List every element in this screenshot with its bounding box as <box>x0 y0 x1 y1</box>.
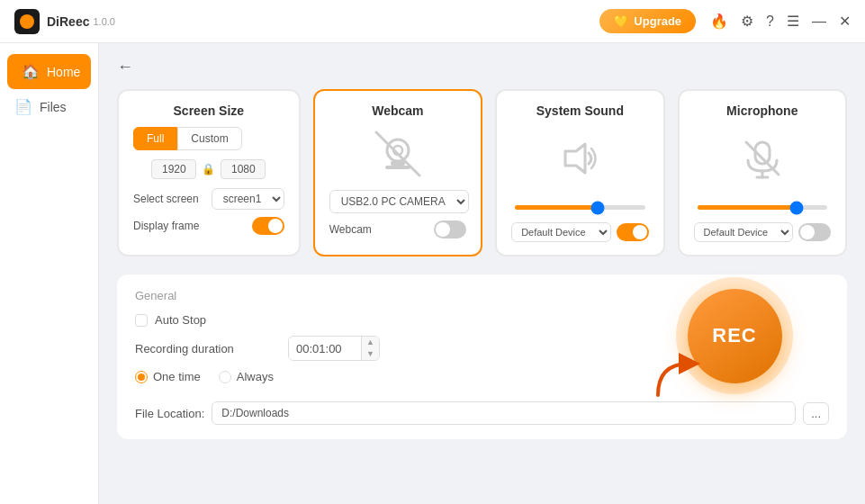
recording-duration-label: Recording duration <box>135 342 279 356</box>
one-time-label: One time <box>153 370 201 383</box>
close-icon[interactable]: ✕ <box>839 13 851 30</box>
mic-icon <box>741 137 784 180</box>
sound-icon-area <box>511 127 648 190</box>
file-more-button[interactable]: ... <box>803 402 829 425</box>
rec-arrow <box>649 346 703 403</box>
upgrade-button[interactable]: 💛 Upgrade <box>599 9 696 33</box>
titlebar: DiReec 1.0.0 💛 Upgrade 🔥 ⚙ ? ☰ — ✕ <box>0 0 865 43</box>
app-version: 1.0.0 <box>93 16 114 27</box>
app-name: DiReec <box>47 14 89 29</box>
mic-device-row: Default Device <box>694 222 831 242</box>
logo-circle <box>20 14 34 29</box>
system-sound-slider-container <box>511 197 648 213</box>
webcam-device-row: USB2.0 PC CAMERA <box>329 190 466 213</box>
svg-rect-4 <box>385 166 410 169</box>
full-label: Full <box>147 132 164 145</box>
mic-icon-area <box>694 127 831 190</box>
help-icon[interactable]: ? <box>766 14 774 30</box>
screen-size-card: Screen Size Full Custom 🔒 Select screen <box>117 89 301 256</box>
webcam-icon-area <box>329 127 466 181</box>
microphone-card: Microphone Default Device <box>678 89 847 256</box>
sound-device-row: Default Device <box>511 222 648 242</box>
full-size-button[interactable]: Full <box>133 127 177 150</box>
fire-icon[interactable]: 🔥 <box>710 13 728 30</box>
webcam-toggle-row: Webcam <box>329 220 466 238</box>
webcam-label: Webcam <box>329 223 372 236</box>
always-option[interactable]: Always <box>219 370 274 383</box>
mic-slider[interactable] <box>698 205 827 210</box>
upgrade-label: Upgrade <box>634 14 681 28</box>
sound-device-select[interactable]: Default Device <box>511 222 610 242</box>
webcam-device-select[interactable]: USB2.0 PC CAMERA <box>329 190 469 213</box>
files-icon: 📄 <box>14 98 32 115</box>
settings-icon[interactable]: ⚙ <box>741 13 753 30</box>
height-input[interactable] <box>221 159 266 179</box>
webcam-toggle[interactable] <box>434 220 466 238</box>
display-frame-label: Display frame <box>133 220 199 232</box>
custom-label: Custom <box>191 132 228 145</box>
auto-stop-label: Auto Stop <box>155 313 206 327</box>
back-button[interactable]: ← <box>117 58 847 76</box>
webcam-icon <box>374 130 421 177</box>
select-screen-label: Select screen <box>133 193 199 205</box>
microphone-title: Microphone <box>694 104 831 118</box>
duration-arrows: ▲ ▼ <box>361 337 379 360</box>
resolution-row: 🔒 <box>133 159 284 179</box>
menu-icon[interactable]: ☰ <box>787 13 799 30</box>
sidebar-item-files[interactable]: 📄 Files <box>0 89 98 124</box>
sidebar-item-home[interactable]: 🏠 Home <box>7 54 91 89</box>
file-location-row: File Location: ... <box>135 401 829 425</box>
rec-btn-container: REC <box>676 277 793 394</box>
file-path-input[interactable] <box>212 401 796 425</box>
titlebar-icon-group: 🔥 ⚙ ? <box>710 13 774 30</box>
size-buttons-group: Full Custom <box>133 127 284 150</box>
app-logo <box>14 9 40 34</box>
cards-row: Screen Size Full Custom 🔒 Select screen <box>117 89 847 256</box>
always-label: Always <box>237 370 274 383</box>
minimize-icon[interactable]: — <box>812 14 826 30</box>
always-radio-circle <box>219 371 231 383</box>
file-location-label: File Location: <box>135 407 204 420</box>
duration-up-arrow[interactable]: ▲ <box>362 337 379 348</box>
sound-icon <box>558 137 601 180</box>
duration-down-arrow[interactable]: ▼ <box>362 348 379 360</box>
system-sound-card: System Sound Default Device <box>495 89 664 256</box>
duration-input-wrap: ▲ ▼ <box>288 336 380 361</box>
window-controls: ☰ — ✕ <box>787 13 851 30</box>
svg-marker-5 <box>565 144 585 173</box>
mic-device-select[interactable]: Default Device <box>694 222 793 242</box>
back-arrow-icon: ← <box>117 58 133 76</box>
system-sound-title: System Sound <box>511 104 648 118</box>
home-icon: 🏠 <box>22 63 40 80</box>
custom-size-button[interactable]: Custom <box>177 127 241 150</box>
general-section: General Auto Stop Recording duration ▲ ▼ <box>117 274 847 439</box>
screen-select-dropdown[interactable]: screen1 screen2 <box>212 188 284 210</box>
sidebar: 🏠 Home 📄 Files <box>0 43 99 504</box>
screen-select-row: Select screen screen1 screen2 <box>133 188 284 210</box>
gift-icon: 💛 <box>614 14 628 28</box>
main-content: ← Screen Size Full Custom 🔒 <box>99 43 865 504</box>
arrow-icon <box>649 346 703 400</box>
lock-icon: 🔒 <box>202 163 215 176</box>
svg-rect-3 <box>391 161 405 166</box>
webcam-card: Webcam USB2.0 PC CAMERA <box>313 89 482 256</box>
auto-stop-checkbox[interactable] <box>135 314 148 327</box>
app-body: 🏠 Home 📄 Files ← Screen Size Full Cust <box>0 43 865 504</box>
mic-toggle[interactable] <box>798 223 831 241</box>
mic-slider-container <box>694 197 831 213</box>
display-frame-row: Display frame <box>133 217 284 235</box>
sidebar-home-label: Home <box>47 65 80 79</box>
screen-size-title: Screen Size <box>133 104 284 118</box>
duration-input[interactable] <box>289 338 361 359</box>
system-sound-slider[interactable] <box>515 205 644 210</box>
width-input[interactable] <box>151 159 196 179</box>
svg-point-0 <box>387 140 409 161</box>
system-sound-toggle[interactable] <box>617 223 649 241</box>
one-time-option[interactable]: One time <box>135 370 201 383</box>
webcam-title: Webcam <box>329 104 466 118</box>
sidebar-files-label: Files <box>40 100 67 114</box>
display-frame-toggle[interactable] <box>252 217 284 235</box>
